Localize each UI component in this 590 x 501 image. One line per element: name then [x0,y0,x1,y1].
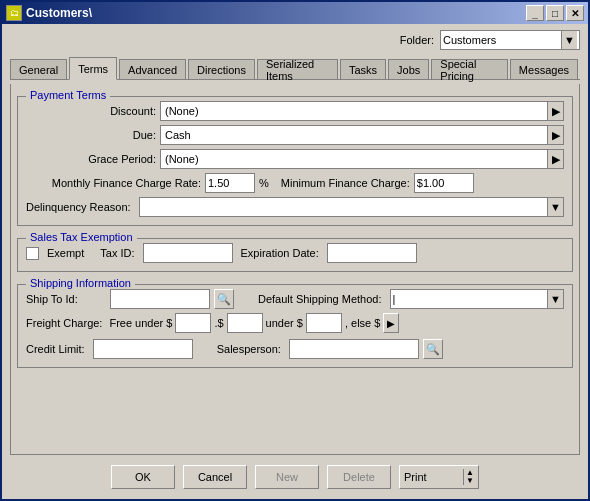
due-row: Due: Cash ▶ [26,125,564,145]
freight-more-button[interactable]: ▶ [383,313,399,333]
title-bar-buttons: _ □ ✕ [526,5,584,21]
credit-limit-input[interactable] [93,339,193,359]
grace-period-value: (None) [165,153,199,165]
expiration-input[interactable] [327,243,417,263]
payment-terms-label: Payment Terms [26,89,110,101]
ok-button[interactable]: OK [111,465,175,489]
credit-limit-label: Credit Limit: [26,343,85,355]
folder-combo[interactable]: Customers ▼ [440,30,580,50]
tab-advanced[interactable]: Advanced [119,59,186,79]
tab-tasks[interactable]: Tasks [340,59,386,79]
content-area: Folder: Customers ▼ General Terms Advanc… [2,24,588,499]
credit-salesperson-row: Credit Limit: Salesperson: 🔍 [26,339,564,359]
delinquency-arrow[interactable]: ▼ [547,198,563,216]
min-finance-label: Minimum Finance Charge: [281,177,410,189]
exempt-checkbox[interactable] [26,247,39,260]
tax-id-label: Tax ID: [100,247,134,259]
finance-rate-label: Monthly Finance Charge Rate: [26,177,201,189]
freight-free-amount[interactable] [175,313,211,333]
freight-free-cents[interactable] [227,313,263,333]
due-value: Cash [165,129,191,141]
cancel-button[interactable]: Cancel [183,465,247,489]
exempt-label: Exempt [47,247,84,259]
window-title: Customers\ [26,6,522,20]
folder-row: Folder: Customers ▼ [10,30,580,50]
grace-period-arrow[interactable]: ▶ [547,150,563,168]
freight-dot1: .$ [214,317,223,329]
folder-label: Folder: [400,34,434,46]
window-icon: 🗂 [6,5,22,21]
delinquency-row: Delinquency Reason: ▼ [26,197,564,217]
tab-jobs[interactable]: Jobs [388,59,429,79]
new-button[interactable]: New [255,465,319,489]
freight-free-label: Free under $ [109,317,172,329]
tax-id-input[interactable] [143,243,233,263]
due-label: Due: [26,129,156,141]
expiration-label: Expiration Date: [241,247,319,259]
min-finance-input[interactable] [414,173,474,193]
delete-button[interactable]: Delete [327,465,391,489]
tab-panel: Payment Terms Discount: (None) ▶ Due: Ca… [10,84,580,455]
due-dropdown[interactable]: Cash ▶ [160,125,564,145]
discount-dropdown[interactable]: (None) ▶ [160,101,564,121]
main-window: 🗂 Customers\ _ □ ✕ Folder: Customers ▼ G… [0,0,590,501]
tab-special-pricing[interactable]: Special Pricing [431,59,508,79]
minimize-button[interactable]: _ [526,5,544,21]
salesperson-input[interactable] [289,339,419,359]
freight-under-amount[interactable] [306,313,342,333]
finance-rate-input[interactable] [205,173,255,193]
discount-arrow[interactable]: ▶ [547,102,563,120]
grace-period-label: Grace Period: [26,153,156,165]
discount-label: Discount: [26,105,156,117]
sales-tax-group: Sales Tax Exemption Exempt Tax ID: Expir… [17,238,573,272]
discount-value: (None) [165,105,199,117]
print-dropdown-arrow[interactable]: ▲ ▼ [463,469,474,485]
sales-tax-label: Sales Tax Exemption [26,231,137,243]
shipping-group: Shipping Information Ship To Id: 🔍 Defau… [17,284,573,368]
folder-value: Customers [443,34,496,46]
sales-tax-row: Exempt Tax ID: Expiration Date: [26,243,564,263]
title-bar: 🗂 Customers\ _ □ ✕ [2,2,588,24]
discount-row: Discount: (None) ▶ [26,101,564,121]
ship-to-search-button[interactable]: 🔍 [214,289,234,309]
percent-symbol: % [259,177,269,189]
freight-row: Freight Charge: Free under $ .$ under $ … [26,313,564,333]
default-shipping-dropdown[interactable]: | ▼ [390,289,564,309]
folder-dropdown-arrow[interactable]: ▼ [561,31,577,49]
ship-to-input[interactable] [110,289,210,309]
bottom-buttons: OK Cancel New Delete Print ▲ ▼ [10,459,580,493]
payment-terms-group: Payment Terms Discount: (None) ▶ Due: Ca… [17,96,573,226]
default-shipping-value: | [393,293,396,305]
freight-label: Freight Charge: [26,317,102,329]
freight-dot2: , else $ [345,317,380,329]
salesperson-search-button[interactable]: 🔍 [423,339,443,359]
default-shipping-arrow[interactable]: ▼ [547,290,563,308]
delinquency-dropdown[interactable]: ▼ [139,197,564,217]
grace-period-row: Grace Period: (None) ▶ [26,149,564,169]
tab-general[interactable]: General [10,59,67,79]
maximize-button[interactable]: □ [546,5,564,21]
delinquency-label: Delinquency Reason: [26,201,131,213]
tab-directions[interactable]: Directions [188,59,255,79]
default-shipping-label: Default Shipping Method: [258,293,382,305]
tabs-bar: General Terms Advanced Directions Serial… [10,56,580,80]
close-button[interactable]: ✕ [566,5,584,21]
salesperson-label: Salesperson: [217,343,281,355]
ship-to-label: Ship To Id: [26,293,106,305]
tab-messages[interactable]: Messages [510,59,578,79]
tab-terms[interactable]: Terms [69,57,117,80]
grace-period-dropdown[interactable]: (None) ▶ [160,149,564,169]
shipping-label: Shipping Information [26,277,135,289]
finance-charge-row: Monthly Finance Charge Rate: % Minimum F… [26,173,564,193]
ship-to-row: Ship To Id: 🔍 Default Shipping Method: |… [26,289,564,309]
print-button[interactable]: Print ▲ ▼ [399,465,479,489]
tab-serialized-items[interactable]: Serialized Items [257,59,338,79]
freight-under-label: under $ [266,317,303,329]
due-arrow[interactable]: ▶ [547,126,563,144]
